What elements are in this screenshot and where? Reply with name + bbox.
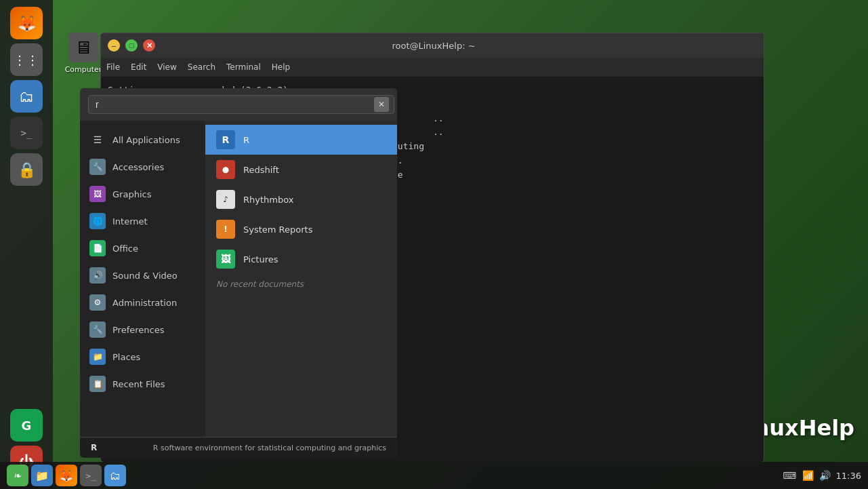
category-sound-video[interactable]: 🔊 Sound & Video: [80, 262, 205, 289]
terminal-menubar: File Edit View Search Terminal Help: [101, 58, 764, 77]
terminal-menu-file[interactable]: File: [106, 62, 120, 72]
app-menu: ✕ ☰ All Applications 🔧 Accessories 🖼 Gra…: [80, 88, 397, 458]
terminal-menu-edit[interactable]: Edit: [131, 62, 146, 72]
category-administration[interactable]: ⚙ Administration: [80, 289, 205, 316]
terminal-window-controls: – □ ✕: [108, 39, 155, 52]
taskbar-firefox-icon[interactable]: 🦊: [10, 7, 43, 39]
results-panel: R R ● Redshift ♪ Rhythmbox ! System Repo…: [205, 121, 397, 437]
all-applications-icon: ☰: [89, 132, 106, 148]
terminal-minimize-button[interactable]: –: [108, 39, 120, 52]
result-pictures-label: Pictures: [243, 254, 278, 265]
computer-icon: 🖥: [68, 33, 98, 62]
taskbar-terminal-icon[interactable]: >_: [10, 117, 43, 149]
taskbar-grid-icon[interactable]: ⋮⋮: [10, 43, 43, 76]
computer-icon-label: Computer: [65, 65, 102, 74]
pictures-icon: 🖼: [216, 250, 235, 269]
result-r-label: R: [243, 135, 249, 145]
result-r[interactable]: R R: [205, 125, 397, 155]
taskbar-bottom-folder-icon[interactable]: 📁: [31, 465, 53, 486]
result-system-reports-label: System Reports: [243, 224, 312, 235]
category-places[interactable]: 📁 Places: [80, 343, 205, 370]
category-preferences[interactable]: 🔧 Preferences: [80, 316, 205, 343]
search-clear-button[interactable]: ✕: [374, 97, 389, 112]
result-pictures[interactable]: 🖼 Pictures: [205, 244, 397, 274]
terminal-close-button[interactable]: ✕: [143, 39, 155, 52]
internet-icon: 🌐: [89, 213, 106, 229]
redshift-icon: ●: [216, 160, 235, 179]
taskbar-left: 🦊 ⋮⋮ 🗂 >_ 🔒 G ⏻: [0, 0, 53, 489]
category-office[interactable]: 📄 Office: [80, 235, 205, 262]
administration-icon: ⚙: [89, 294, 106, 311]
sound-video-icon: 🔊: [89, 267, 106, 283]
places-icon: 📁: [89, 349, 106, 365]
taskbar-bottom-mint-button[interactable]: ❧: [7, 465, 28, 486]
tray-network-icon[interactable]: 📶: [802, 470, 814, 481]
terminal-titlebar: – □ ✕ root@LinuxHelp: ~: [101, 33, 764, 58]
category-all-applications[interactable]: ☰ All Applications: [80, 126, 205, 153]
taskbar-bottom-terminal-icon[interactable]: >_: [80, 465, 102, 486]
terminal-title: root@LinuxHelp: ~: [155, 41, 712, 51]
category-graphics[interactable]: 🖼 Graphics: [80, 180, 205, 208]
result-rhythmbox[interactable]: ♪ Rhythmbox: [205, 184, 397, 214]
footer-description: R software environment for statistical c…: [153, 444, 386, 452]
taskbar-bottom-files-icon[interactable]: 🗂: [104, 465, 126, 486]
category-internet[interactable]: 🌐 Internet: [80, 208, 205, 235]
tray-keyboard-icon[interactable]: ⌨: [783, 470, 796, 481]
result-redshift-label: Redshift: [243, 165, 279, 175]
categories-panel: ☰ All Applications 🔧 Accessories 🖼 Graph…: [80, 121, 205, 437]
preferences-icon: 🔧: [89, 321, 106, 338]
graphics-icon: 🖼: [89, 186, 106, 202]
taskbar-files-icon[interactable]: 🗂: [10, 80, 43, 113]
menu-footer: R R software environment for statistical…: [80, 437, 397, 458]
terminal-menu-terminal[interactable]: Terminal: [226, 62, 261, 72]
system-clock: 11:36: [836, 471, 861, 481]
terminal-menu-search[interactable]: Search: [188, 62, 215, 72]
office-icon: 📄: [89, 240, 106, 256]
no-recent-label: No recent documents: [205, 274, 397, 294]
menu-body: ☰ All Applications 🔧 Accessories 🖼 Graph…: [80, 121, 397, 437]
taskbar-grammarly-icon[interactable]: G: [10, 409, 43, 442]
result-redshift[interactable]: ● Redshift: [205, 155, 397, 184]
accessories-icon: 🔧: [89, 159, 106, 175]
terminal-menu-view[interactable]: View: [157, 62, 176, 72]
system-reports-icon: !: [216, 220, 235, 239]
search-bar: ✕: [80, 88, 397, 121]
category-recent-files[interactable]: 📋 Recent Files: [80, 370, 205, 397]
desktop: 🦊 ⋮⋮ 🗂 >_ 🔒 G ⏻ 🖥 Computer – □ ✕ root@Li…: [0, 0, 868, 489]
system-tray: ⌨ 📶 🔊 11:36: [783, 470, 861, 481]
r-app-icon: R: [216, 130, 235, 149]
result-rhythmbox-label: Rhythmbox: [243, 195, 293, 205]
tray-volume-icon[interactable]: 🔊: [819, 470, 831, 481]
terminal-menu-help[interactable]: Help: [272, 62, 290, 72]
recent-files-icon: 📋: [89, 376, 106, 392]
terminal-maximize-button[interactable]: □: [125, 39, 138, 52]
taskbar-bottom: ❧ 📁 🦊 >_ 🗂 ⌨ 📶 🔊 11:36: [0, 462, 868, 489]
taskbar-lock-icon[interactable]: 🔒: [10, 153, 43, 186]
footer-app-name: R: [91, 443, 97, 452]
taskbar-bottom-firefox-icon[interactable]: 🦊: [56, 465, 77, 486]
result-system-reports[interactable]: ! System Reports: [205, 214, 397, 244]
category-accessories[interactable]: 🔧 Accessories: [80, 153, 205, 180]
search-input[interactable]: [88, 95, 394, 114]
rhythmbox-icon: ♪: [216, 190, 235, 209]
